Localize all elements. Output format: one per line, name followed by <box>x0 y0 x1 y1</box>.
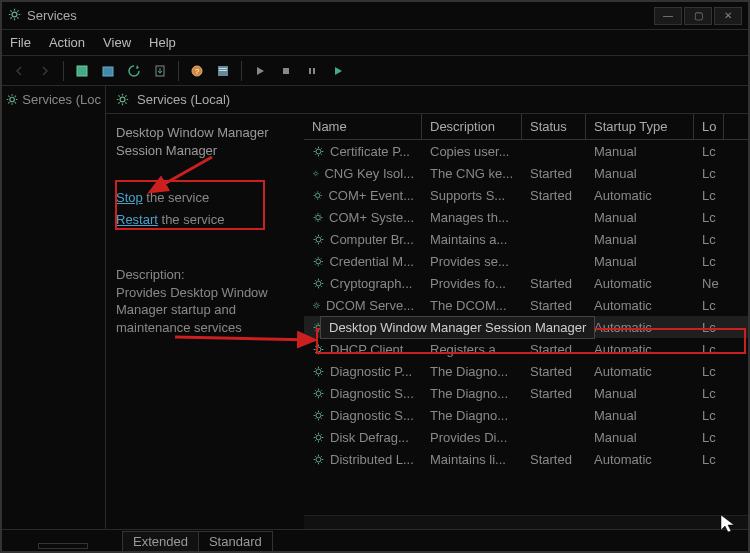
stop-service-button[interactable] <box>275 60 297 82</box>
menu-action[interactable]: Action <box>49 35 85 50</box>
cell-logon: Lc <box>694 166 724 181</box>
titlebar: Services — ▢ ✕ <box>2 2 748 30</box>
cell-description: Provides fo... <box>422 276 522 291</box>
list-header: Name Description Status Startup Type Lo <box>304 114 748 140</box>
svg-rect-10 <box>309 68 311 74</box>
service-row[interactable]: DHCP ClientRegisters a...StartedAutomati… <box>304 338 748 360</box>
col-status[interactable]: Status <box>522 114 586 139</box>
menu-view[interactable]: View <box>103 35 131 50</box>
cell-name: Diagnostic S... <box>330 408 414 423</box>
service-tooltip: Desktop Window Manager Session Manager <box>320 316 595 339</box>
tree-root-services[interactable]: Services (Loc <box>6 92 101 107</box>
svg-point-23 <box>316 347 321 352</box>
cell-status: Started <box>522 452 586 467</box>
svg-point-0 <box>12 12 17 17</box>
cell-logon: Lc <box>694 144 724 159</box>
cell-name: Credential M... <box>329 254 414 269</box>
toolbar-icon-2[interactable] <box>97 60 119 82</box>
cell-name: DCOM Serve... <box>326 298 414 313</box>
cell-logon: Lc <box>694 298 724 313</box>
toolbar-icon-1[interactable] <box>71 60 93 82</box>
col-logon[interactable]: Lo <box>694 114 724 139</box>
gear-icon <box>312 299 321 312</box>
cell-name: CNG Key Isol... <box>324 166 414 181</box>
service-row[interactable]: Credential M...Provides se...ManualLc <box>304 250 748 272</box>
gear-icon <box>116 93 129 106</box>
service-row[interactable]: Disk Defrag...Provides Di...ManualLc <box>304 426 748 448</box>
services-icon <box>8 8 21 24</box>
svg-rect-7 <box>219 68 227 69</box>
cell-logon: Lc <box>694 408 724 423</box>
cell-startup: Automatic <box>586 188 694 203</box>
cell-logon: Lc <box>694 320 724 335</box>
cell-status: Started <box>522 386 586 401</box>
detail-pane: Desktop Window Manager Session Manager S… <box>106 114 304 529</box>
service-row[interactable]: Certificate P...Copies user...ManualLc <box>304 140 748 162</box>
cell-startup: Manual <box>586 408 694 423</box>
svg-point-19 <box>316 259 321 264</box>
close-button[interactable]: ✕ <box>714 7 742 25</box>
cell-startup: Automatic <box>586 364 694 379</box>
restart-service-link[interactable]: Restart <box>116 212 158 227</box>
cell-startup: Manual <box>586 386 694 401</box>
service-row[interactable]: COM+ Event...Supports S...StartedAutomat… <box>304 184 748 206</box>
service-row[interactable]: Computer Br...Maintains a...ManualLc <box>304 228 748 250</box>
col-description[interactable]: Description <box>422 114 522 139</box>
service-row[interactable]: Diagnostic S...The Diagno...StartedManua… <box>304 382 748 404</box>
tree-pane: Services (Loc <box>2 86 106 529</box>
properties-button[interactable] <box>212 60 234 82</box>
svg-point-14 <box>316 149 321 154</box>
service-row[interactable]: Diagnostic S...The Diagno...ManualLc <box>304 404 748 426</box>
minimize-button[interactable]: — <box>654 7 682 25</box>
svg-point-18 <box>316 237 321 242</box>
svg-point-28 <box>316 457 321 462</box>
service-row[interactable]: DCOM Serve...The DCOM...StartedAutomatic… <box>304 294 748 316</box>
description-text: Provides Desktop Window Manager startup … <box>116 284 296 337</box>
menubar: File Action View Help <box>2 30 748 56</box>
svg-point-27 <box>316 435 321 440</box>
cell-name: Diagnostic S... <box>330 386 414 401</box>
svg-text:?: ? <box>195 67 200 76</box>
export-button[interactable] <box>149 60 171 82</box>
horizontal-scrollbar[interactable] <box>304 515 748 529</box>
col-name[interactable]: Name <box>304 114 422 139</box>
menu-file[interactable]: File <box>10 35 31 50</box>
col-startup-type[interactable]: Startup Type <box>586 114 694 139</box>
refresh-button[interactable] <box>123 60 145 82</box>
cell-status: Started <box>522 298 586 313</box>
svg-point-15 <box>314 172 317 175</box>
service-row[interactable]: COM+ Syste...Manages th...ManualLc <box>304 206 748 228</box>
cell-logon: Ne <box>694 276 724 291</box>
maximize-button[interactable]: ▢ <box>684 7 712 25</box>
service-row[interactable]: Cryptograph...Provides fo...StartedAutom… <box>304 272 748 294</box>
cell-name: Certificate P... <box>330 144 410 159</box>
svg-rect-11 <box>313 68 315 74</box>
service-row[interactable]: Diagnostic P...The Diagno...StartedAutom… <box>304 360 748 382</box>
pause-service-button[interactable] <box>301 60 323 82</box>
svg-rect-8 <box>219 70 227 71</box>
restart-service-button[interactable] <box>327 60 349 82</box>
cell-description: The Diagno... <box>422 386 522 401</box>
back-button[interactable] <box>8 60 30 82</box>
gear-icon <box>312 145 325 158</box>
cell-logon: Lc <box>694 254 724 269</box>
gear-icon <box>312 277 325 290</box>
cell-logon: Lc <box>694 430 724 445</box>
menu-help[interactable]: Help <box>149 35 176 50</box>
cell-name: COM+ Syste... <box>329 210 414 225</box>
cell-description: The Diagno... <box>422 364 522 379</box>
forward-button[interactable] <box>34 60 56 82</box>
cell-logon: Lc <box>694 232 724 247</box>
tab-extended[interactable]: Extended <box>122 531 199 551</box>
cell-description: Copies user... <box>422 144 522 159</box>
help-button[interactable]: ? <box>186 60 208 82</box>
svg-rect-9 <box>283 68 289 74</box>
svg-point-24 <box>316 369 321 374</box>
stop-service-link[interactable]: Stop <box>116 190 143 205</box>
service-row[interactable]: CNG Key Isol...The CNG ke...StartedManua… <box>304 162 748 184</box>
start-service-button[interactable] <box>249 60 271 82</box>
gear-icon <box>312 233 325 246</box>
tab-standard[interactable]: Standard <box>198 531 273 551</box>
gear-icon <box>312 189 323 202</box>
service-row[interactable]: Distributed L...Maintains li...StartedAu… <box>304 448 748 470</box>
